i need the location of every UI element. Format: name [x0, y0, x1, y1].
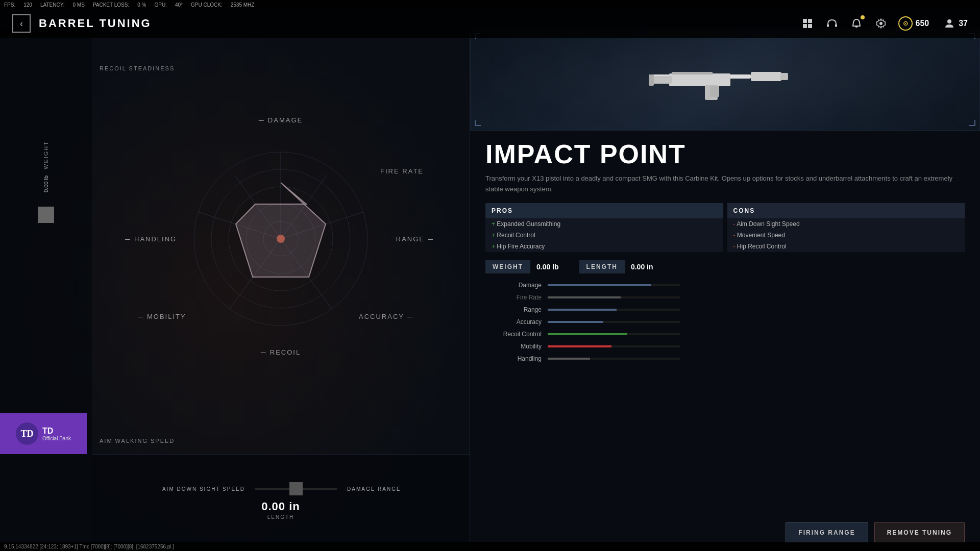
stat-track-recoil — [548, 333, 680, 335]
color-swatch[interactable] — [38, 207, 54, 223]
fps-value: 120 — [23, 2, 32, 8]
ads-slider-track[interactable] — [255, 488, 337, 490]
radar-container: — DAMAGE FIRE RATE RANGE — ACCURACY — — … — [122, 111, 439, 366]
gpu-label: GPU: — [154, 2, 166, 8]
settings-icon[interactable] — [874, 16, 888, 31]
stat-fill-handling — [548, 358, 590, 360]
stat-track-firerate — [548, 296, 680, 298]
svg-rect-1 — [808, 19, 812, 23]
weight-vertical-value: 0.00 lb — [43, 176, 49, 192]
stat-label-recoil: Recoil Control — [485, 331, 542, 338]
weight-box: WEIGHT 0.00 lb — [485, 260, 559, 273]
pros-item-2: Recoil Control — [485, 230, 723, 241]
stat-track-mobility — [548, 345, 680, 347]
svg-rect-4 — [827, 24, 829, 27]
cons-header: CONS — [727, 203, 965, 218]
radar-firerate-label: FIRE RATE — [380, 167, 424, 175]
svg-rect-0 — [803, 19, 807, 23]
radar-mobility-label: — MOBILITY — [138, 313, 186, 320]
ad-overlay: TD TD Official Bank — [0, 413, 87, 454]
svg-rect-2 — [803, 24, 807, 28]
pros-header: PROS — [485, 203, 723, 218]
debug-bar: FPS: 120 LATENCY: 0 MS PACKET LOSS: 0 % … — [0, 0, 980, 9]
stat-row-damage: Damage — [485, 282, 965, 289]
back-button[interactable]: ‹ — [12, 14, 31, 33]
ads-slider-label: AIM DOWN SIGHT SPEED — [122, 486, 245, 492]
top-hud: ‹ BARREL TUNING — [0, 9, 980, 38]
cons-item-1: Aim Down Sight Speed — [727, 218, 965, 230]
pros-box: PROS Expanded Gunsmithing Recoil Control… — [485, 203, 723, 252]
svg-point-7 — [947, 19, 951, 23]
length-box: LENGTH 0.00 in — [579, 260, 653, 273]
latency-value: 0 MS — [73, 2, 85, 8]
stat-label-mobility: Mobility — [485, 343, 542, 350]
stat-track-damage — [548, 284, 680, 286]
stat-fill-mobility — [548, 345, 611, 347]
weapon-silhouette — [644, 57, 807, 103]
radar-area: — DAMAGE FIRE RATE RANGE — ACCURACY — — … — [92, 29, 470, 449]
packet-loss-label: PACKET LOSS: — [93, 2, 129, 8]
right-panel: IMPACT POINT Transform your X13 pistol i… — [470, 29, 980, 551]
radar-recoil-label: — RECOIL — [261, 348, 301, 356]
packet-loss-value: 0 % — [137, 2, 146, 8]
grid-icon[interactable] — [800, 16, 815, 31]
attachment-title: IMPACT POINT — [470, 131, 980, 167]
currency-display: ⊙ 650 — [898, 16, 929, 31]
remove-tuning-button[interactable]: REMOVE TUNING — [874, 522, 965, 543]
pros-item-3: Hip Fire Accuracy — [485, 241, 723, 252]
svg-rect-25 — [669, 73, 730, 86]
stat-fill-range — [548, 309, 617, 311]
length-label: LENGTH — [579, 260, 625, 273]
gpu-clock-label: GPU CLOCK: — [191, 2, 223, 8]
currency-icon: ⊙ — [898, 16, 913, 31]
latency-label: LATENCY: — [40, 2, 65, 8]
svg-rect-28 — [649, 74, 654, 86]
bell-icon[interactable] — [849, 16, 864, 31]
bottom-debug-bar: 9.15.14334822 [24:123; 1893+1] Tmc [7000… — [0, 542, 980, 551]
headphones-icon[interactable] — [825, 16, 839, 31]
attachment-description: Transform your X13 pistol into a deadly … — [470, 167, 980, 201]
stat-label-accuracy: Accuracy — [485, 318, 542, 325]
stat-label-firerate: Fire Rate — [485, 294, 542, 301]
cons-item-2: Movement Speed — [727, 230, 965, 241]
cons-item-3: Hip Recoil Control — [727, 241, 965, 252]
radar-handling-label: — HANDLING — [125, 235, 177, 243]
stat-fill-accuracy — [548, 321, 603, 323]
stat-label-damage: Damage — [485, 282, 542, 289]
svg-rect-5 — [835, 24, 837, 27]
ads-slider-thumb[interactable] — [289, 482, 303, 495]
svg-point-6 — [879, 22, 883, 25]
radar-range-label: RANGE — — [396, 235, 434, 243]
svg-rect-30 — [710, 86, 719, 97]
weight-vertical-label: WEIGHT — [43, 141, 49, 169]
stats-bars: Damage Fire Rate Range Accuracy — [470, 282, 980, 514]
stat-label-range: Range — [485, 306, 542, 313]
ad-tagline: Official Bank — [42, 436, 71, 441]
weight-value: 0.00 lb — [536, 263, 559, 271]
stat-row-mobility: Mobility — [485, 343, 965, 350]
left-panel: WEIGHT 0.00 lb — [0, 29, 92, 551]
hud-right: ⊙ 650 37 — [800, 16, 981, 31]
gpu-value: 40° — [175, 2, 183, 8]
svg-rect-3 — [808, 24, 812, 28]
gpu-clock-value: 2535 MHZ — [231, 2, 255, 8]
firing-range-button[interactable]: FIRING RANGE — [786, 522, 868, 543]
svg-rect-23 — [751, 72, 781, 81]
person-icon — [943, 17, 955, 30]
debug-info: 9.15.14334822 [24:123; 1893+1] Tmc [7000… — [4, 544, 174, 549]
credits-value: 37 — [959, 19, 968, 28]
svg-point-21 — [277, 235, 285, 243]
stat-row-firerate: Fire Rate — [485, 294, 965, 301]
weight-label: WEIGHT — [485, 260, 530, 273]
ads-slider-row: AIM DOWN SIGHT SPEED DAMAGE RANGE — [122, 486, 439, 492]
bottom-slider-area: AIM DOWN SIGHT SPEED DAMAGE RANGE 0.00 i… — [92, 454, 470, 551]
svg-rect-27 — [649, 76, 672, 84]
stat-row-handling: Handling — [485, 355, 965, 362]
pros-cons-container: PROS Expanded Gunsmithing Recoil Control… — [470, 203, 980, 252]
svg-rect-29 — [672, 72, 713, 74]
svg-rect-26 — [705, 85, 718, 100]
currency-value: 650 — [916, 19, 929, 28]
page-title: BARREL TUNING — [39, 17, 152, 30]
stat-fill-damage — [548, 284, 651, 286]
weapon-preview — [470, 29, 980, 131]
